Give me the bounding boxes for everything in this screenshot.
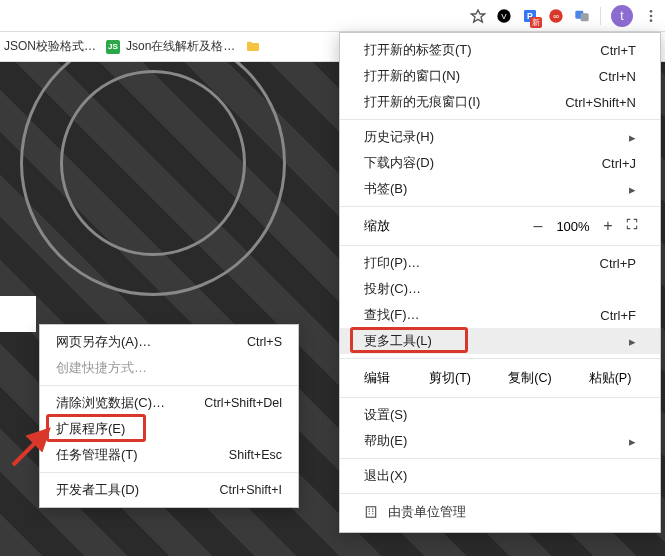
menu-separator [340, 397, 660, 398]
menu-separator [40, 385, 298, 386]
submenu-clear-data[interactable]: 清除浏览数据(C)… Ctrl+Shift+Del [40, 390, 298, 416]
zoom-label: 缩放 [364, 217, 526, 235]
bookmark-folder[interactable] [245, 39, 261, 55]
p-badge-new-icon: 新 [530, 17, 542, 28]
edit-cut-button[interactable]: 剪切(T) [412, 370, 488, 387]
v-badge-icon[interactable]: V [496, 8, 512, 24]
kebab-icon[interactable] [643, 8, 659, 24]
bookmark-item[interactable]: JSON校验格式… [4, 38, 96, 55]
menu-bookmarks[interactable]: 书签(B) ▸ [340, 176, 660, 202]
menu-separator [340, 119, 660, 120]
submenu-arrow-icon: ▸ [624, 182, 636, 197]
svg-rect-8 [581, 13, 589, 21]
menu-separator [340, 245, 660, 246]
menu-separator [340, 206, 660, 207]
menu-settings[interactable]: 设置(S) [340, 402, 660, 428]
svg-point-9 [650, 10, 653, 13]
svg-point-10 [650, 14, 653, 17]
menu-history[interactable]: 历史记录(H) ▸ [340, 124, 660, 150]
menu-separator [40, 472, 298, 473]
menu-cast[interactable]: 投射(C)… [340, 276, 660, 302]
infinity-icon[interactable]: ∞ [548, 8, 564, 24]
more-tools-submenu: 网页另存为(A)… Ctrl+S 创建快捷方式… 清除浏览数据(C)… Ctrl… [39, 324, 299, 508]
submenu-extensions[interactable]: 扩展程序(E) [40, 416, 298, 442]
menu-new-tab[interactable]: 打开新的标签页(T) Ctrl+T [340, 37, 660, 63]
building-icon [364, 505, 378, 519]
star-icon[interactable] [470, 8, 486, 24]
submenu-save-as[interactable]: 网页另存为(A)… Ctrl+S [40, 329, 298, 355]
submenu-arrow-icon: ▸ [624, 434, 636, 449]
submenu-arrow-icon: ▸ [624, 334, 636, 349]
managed-label: 由贵单位管理 [388, 503, 466, 521]
svg-text:V: V [501, 11, 507, 20]
menu-help[interactable]: 帮助(E) ▸ [340, 428, 660, 454]
json-favicon-icon: JS [106, 40, 120, 54]
svg-point-11 [650, 19, 653, 22]
edit-label: 编辑 [364, 369, 408, 387]
menu-find[interactable]: 查找(F)… Ctrl+F [340, 302, 660, 328]
bookmark-label: JSON校验格式… [4, 38, 96, 55]
bookmark-label: Json在线解析及格… [126, 38, 235, 55]
browser-toolbar: V P 新 ∞ t [0, 0, 665, 32]
edit-paste-button[interactable]: 粘贴(P) [572, 370, 648, 387]
submenu-devtools[interactable]: 开发者工具(D) Ctrl+Shift+I [40, 477, 298, 503]
svg-rect-12 [366, 507, 375, 518]
submenu-arrow-icon: ▸ [624, 130, 636, 145]
menu-zoom-row: 缩放 – 100% + [340, 211, 660, 241]
menu-edit-row: 编辑 剪切(T) 复制(C) 粘贴(P) [340, 363, 660, 393]
zoom-out-button[interactable]: – [526, 217, 550, 235]
menu-downloads[interactable]: 下载内容(D) Ctrl+J [340, 150, 660, 176]
folder-icon [245, 39, 261, 55]
svg-text:∞: ∞ [553, 11, 559, 20]
menu-separator [340, 458, 660, 459]
edit-copy-button[interactable]: 复制(C) [492, 370, 568, 387]
submenu-create-shortcut[interactable]: 创建快捷方式… [40, 355, 298, 381]
svg-marker-0 [471, 10, 484, 22]
bookmark-item[interactable]: JS Json在线解析及格… [106, 38, 235, 55]
translate-icon[interactable] [574, 8, 590, 24]
menu-exit[interactable]: 退出(X) [340, 463, 660, 489]
zoom-percent: 100% [550, 219, 596, 234]
menu-separator [340, 493, 660, 494]
menu-incognito[interactable]: 打开新的无痕窗口(I) Ctrl+Shift+N [340, 89, 660, 115]
avatar[interactable]: t [611, 5, 633, 27]
fullscreen-icon[interactable] [620, 217, 644, 235]
toolbar-separator [600, 7, 601, 25]
menu-separator [340, 358, 660, 359]
submenu-taskmgr[interactable]: 任务管理器(T) Shift+Esc [40, 442, 298, 468]
zoom-in-button[interactable]: + [596, 217, 620, 235]
menu-print[interactable]: 打印(P)… Ctrl+P [340, 250, 660, 276]
menu-more-tools[interactable]: 更多工具(L) ▸ [340, 328, 660, 354]
p-badge-icon[interactable]: P 新 [522, 8, 538, 24]
chrome-main-menu: 打开新的标签页(T) Ctrl+T 打开新的窗口(N) Ctrl+N 打开新的无… [339, 32, 661, 533]
menu-managed[interactable]: 由贵单位管理 [340, 498, 660, 526]
bg-white-patch [0, 296, 36, 332]
menu-new-window[interactable]: 打开新的窗口(N) Ctrl+N [340, 63, 660, 89]
